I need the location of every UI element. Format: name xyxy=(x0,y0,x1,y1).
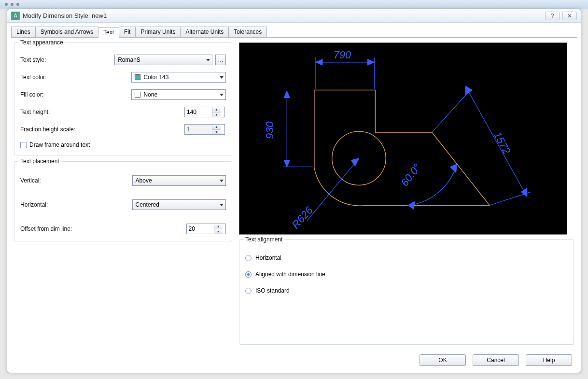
cancel-button[interactable]: Cancel xyxy=(473,354,519,366)
chevron-down-icon xyxy=(220,94,224,96)
dropdown-fill-color[interactable]: None xyxy=(131,89,226,100)
dropdown-text-color[interactable]: Color 143 xyxy=(131,72,226,83)
fraction-scale-value xyxy=(185,125,212,134)
radio-aligned[interactable]: Aligned with dimension line xyxy=(245,271,568,278)
dimension-preview: 790 930 R626 60.0° xyxy=(239,42,567,235)
label-text-height: Text height: xyxy=(20,109,184,115)
dialog-footer: OK Cancel Help xyxy=(7,350,581,373)
chevron-down-icon xyxy=(220,204,224,206)
text-color-value: Color 143 xyxy=(143,74,168,81)
group-title-alignment: Text alignment xyxy=(243,236,284,243)
radio-horizontal-label: Horizontal xyxy=(255,254,281,261)
color-swatch-icon xyxy=(135,74,140,80)
tab-fit[interactable]: Fit xyxy=(119,27,136,37)
checkbox-draw-frame[interactable]: Draw frame around text xyxy=(20,141,226,148)
tab-text[interactable]: Text xyxy=(98,27,119,38)
app-icon: A xyxy=(11,12,20,20)
tab-symbols-arrows[interactable]: Symbols and Arrows xyxy=(35,27,98,37)
background-toolbar xyxy=(0,0,588,9)
dialog-titlebar: A Modify Dimension Style: new1 ? ✕ xyxy=(7,9,581,23)
dropdown-text-style[interactable]: RomanS xyxy=(114,55,212,65)
ok-button[interactable]: OK xyxy=(420,354,466,366)
chevron-down-icon xyxy=(220,76,224,79)
checkbox-box-icon xyxy=(20,142,27,148)
radio-aligned-label: Aligned with dimension line xyxy=(255,271,325,278)
chevron-down-icon xyxy=(206,59,210,61)
dialog-title: Modify Dimension Style: new1 xyxy=(23,12,107,19)
help-icon[interactable]: ? xyxy=(545,12,560,20)
dim-left: 930 xyxy=(264,121,276,139)
label-text-style: Text style: xyxy=(20,56,114,63)
group-title-placement: Text placement xyxy=(18,158,61,165)
dropdown-horizontal[interactable]: Centered xyxy=(132,199,226,210)
radio-icon xyxy=(245,271,252,278)
chevron-down-icon xyxy=(220,180,224,182)
radio-icon xyxy=(245,255,252,261)
spinner-fraction-scale: ▲▼ xyxy=(212,125,221,134)
spinner-text-height[interactable]: ▲▼ xyxy=(212,107,221,117)
radio-horizontal[interactable]: Horizontal xyxy=(245,254,568,261)
close-icon[interactable]: ✕ xyxy=(562,12,577,20)
label-fill-color: Fill color: xyxy=(20,91,114,98)
spinner-offset[interactable]: ▲▼ xyxy=(214,224,223,234)
tab-lines[interactable]: Lines xyxy=(11,27,36,37)
tab-tolerances[interactable]: Tolerances xyxy=(228,27,267,37)
dropdown-vertical[interactable]: Above xyxy=(132,175,226,186)
group-text-alignment: Text alignment Horizontal Aligned with d… xyxy=(239,239,574,345)
offset-value[interactable] xyxy=(187,224,214,234)
radio-iso[interactable]: ISO standard xyxy=(245,287,568,294)
label-vertical: Vertical: xyxy=(20,177,132,184)
group-title-appearance: Text appearance xyxy=(18,39,65,46)
dimension-style-dialog: A Modify Dimension Style: new1 ? ✕ Lines… xyxy=(7,9,581,373)
help-button[interactable]: Help xyxy=(526,354,572,366)
tab-alternate-units[interactable]: Alternate Units xyxy=(180,27,229,37)
text-style-value: RomanS xyxy=(118,56,140,63)
radio-icon xyxy=(245,288,252,294)
fill-color-value: None xyxy=(143,91,157,98)
tab-primary-units[interactable]: Primary Units xyxy=(135,27,181,37)
radio-iso-label: ISO standard xyxy=(255,287,290,294)
label-fraction-scale: Fraction height scale: xyxy=(20,126,184,133)
none-swatch-icon xyxy=(135,92,140,98)
group-text-appearance: Text appearance Text style: RomanS … Tex… xyxy=(14,42,232,155)
checkbox-draw-frame-label: Draw frame around text xyxy=(29,141,90,148)
tabstrip: Lines Symbols and Arrows Text Fit Primar… xyxy=(7,23,581,37)
vertical-value: Above xyxy=(136,177,152,184)
horizontal-value: Centered xyxy=(136,201,159,208)
text-style-browse-button[interactable]: … xyxy=(215,55,226,65)
label-offset: Offset from dim line: xyxy=(20,225,186,232)
input-fraction-scale: ▲▼ xyxy=(184,124,225,135)
text-height-value[interactable] xyxy=(185,107,212,117)
group-text-placement: Text placement Vertical: Above Horizonta… xyxy=(14,161,232,241)
label-text-color: Text color: xyxy=(20,74,114,81)
input-offset[interactable]: ▲▼ xyxy=(186,224,226,234)
input-text-height[interactable]: ▲▼ xyxy=(184,107,225,117)
dim-top: 790 xyxy=(334,49,351,61)
label-horizontal: Horizontal: xyxy=(20,201,132,208)
